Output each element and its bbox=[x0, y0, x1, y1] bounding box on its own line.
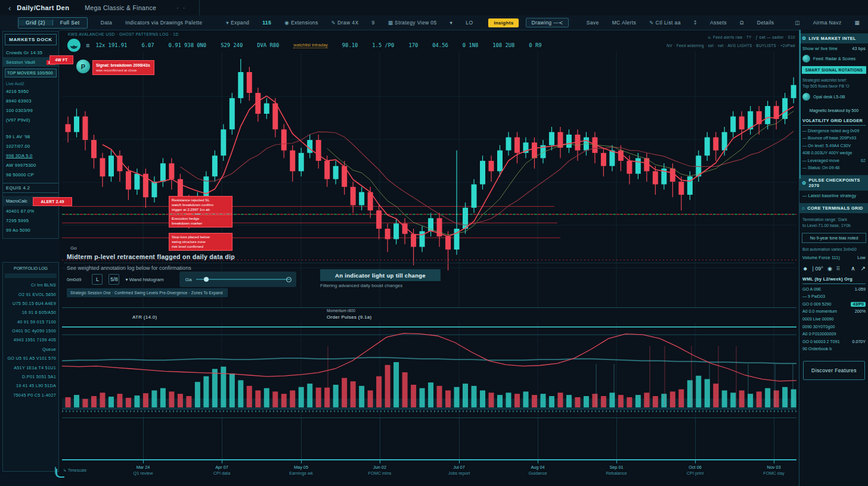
tone-bias-note-box[interactable]: No 9-year tone bias noted bbox=[802, 233, 866, 243]
chart-area[interactable]: KWS AVALANCHE USD · GHOST PATTERNS LOG ·… bbox=[60, 30, 799, 486]
thermometer-icon[interactable]: ‡ bbox=[694, 20, 697, 26]
pane-label-atr[interactable]: ATR (14.0) bbox=[132, 314, 157, 320]
bullet-item[interactable]: — On level: 5.49A4 C30V bbox=[799, 141, 868, 148]
list-item[interactable]: Queue bbox=[3, 345, 58, 354]
list-item[interactable]: 1027/07.00 bbox=[3, 141, 58, 151]
details-button[interactable]: Details bbox=[757, 20, 774, 26]
notifications-icon[interactable]: ◫ bbox=[795, 20, 799, 26]
axis-label[interactable]: Aug 04Guidance bbox=[513, 465, 563, 476]
menu-indicators[interactable]: Indicators via Drawings Palette bbox=[125, 20, 202, 26]
list-item[interactable]: U75 50.15 6U4 A4E9 bbox=[3, 299, 58, 308]
tab-fullset[interactable]: Full Set bbox=[53, 20, 87, 26]
count-label[interactable]: 9 bbox=[371, 20, 374, 26]
stat-row[interactable]: 0003 Live 00090 bbox=[799, 314, 868, 322]
grid-dots-icon[interactable]: ⠿ bbox=[836, 266, 841, 272]
axis-label[interactable]: Nov 03FOMC day bbox=[749, 465, 799, 476]
symbol-avatar[interactable] bbox=[67, 38, 81, 52]
list-item[interactable]: 4016 5950 bbox=[3, 86, 58, 96]
circle-dot-icon[interactable]: ◉ bbox=[827, 266, 832, 272]
axis-label[interactable]: May 05Earnings wk bbox=[276, 465, 326, 476]
fraction-toggle[interactable]: 5/8 bbox=[108, 274, 119, 285]
wand-histogram-option[interactable]: ▾ Wand histogram bbox=[125, 277, 163, 282]
pane-divider[interactable] bbox=[62, 307, 796, 308]
volatility-ledger-title[interactable]: VOLATILITY GRID LEDGER bbox=[802, 118, 866, 126]
list-item[interactable]: 998 3DA 5.0 bbox=[3, 151, 58, 160]
baseline-strategy-row[interactable]: — Latest baseline strategy bbox=[799, 191, 868, 198]
list-item[interactable]: O2 91 EVOL 5850 bbox=[3, 289, 58, 298]
list-item[interactable]: GO U5 91 A5 V101 570 bbox=[3, 354, 58, 363]
list-item[interactable]: Crowds Gr 14:35 bbox=[3, 48, 58, 57]
back-chevron-icon[interactable]: ‹ bbox=[8, 4, 11, 13]
list-item[interactable]: D.P01 5051 5A1 bbox=[3, 372, 58, 381]
stat-row[interactable]: 0090 30Y0T0g00 bbox=[799, 322, 868, 329]
lower-indicator-pane[interactable] bbox=[62, 418, 796, 460]
person-icon[interactable]: ☻ bbox=[802, 266, 808, 272]
drawing-select[interactable]: Drawing —≺ bbox=[526, 18, 568, 27]
axis-label[interactable]: Apr 07CPI data bbox=[197, 465, 247, 476]
stat-row[interactable]: 90 Orderbook b bbox=[799, 344, 868, 352]
list-item[interactable]: AW 99975300 bbox=[3, 160, 58, 170]
feed-row-1[interactable]: Feed: Radar & Scores bbox=[799, 51, 868, 63]
wml-section-title[interactable]: WML (by L2/week) Org bbox=[802, 276, 866, 284]
axis-label[interactable]: Jul 07Jobs report bbox=[434, 465, 484, 476]
axis-label[interactable]: Mar 24Q1 review bbox=[118, 465, 168, 476]
smart-signal-pill[interactable]: SMART SIGNAL ROTATIONS bbox=[802, 66, 866, 74]
menu-data[interactable]: Data bbox=[101, 20, 113, 26]
expand-arrow-icon[interactable]: ↗ bbox=[861, 265, 866, 272]
apps-grid-icon[interactable]: ▦ bbox=[855, 20, 860, 26]
assets-button[interactable]: Assets bbox=[710, 20, 727, 26]
list-item[interactable]: 16 91 6 605/A50 bbox=[3, 308, 58, 317]
axis-label[interactable]: Sep 01Rebalance bbox=[591, 465, 641, 476]
discover-features-button[interactable]: Discover Features bbox=[803, 361, 865, 380]
headphones-icon[interactable]: Ω bbox=[740, 20, 744, 26]
list-item[interactable]: 40401 67.0% bbox=[3, 206, 58, 216]
feed-row-2[interactable]: Opal desk L5-0B bbox=[799, 89, 868, 101]
list-item[interactable]: 19 41 45 L90 51DA bbox=[3, 381, 58, 390]
range-slider[interactable]: Ga bbox=[179, 272, 296, 287]
scroll-accent-bar[interactable] bbox=[799, 30, 801, 179]
section-pulse-checkpoints[interactable]: ⚙PULSE CHECKPOINTS 2070 bbox=[799, 175, 868, 191]
workspace-tab[interactable]: Mega Classic & Finance bbox=[85, 4, 156, 11]
list-item[interactable]: (V97 P9v0) bbox=[3, 115, 58, 124]
section-core-terminals[interactable]: ⌂CORE TERMINALS GRID bbox=[799, 203, 868, 213]
volume-oscillator-pane[interactable] bbox=[62, 322, 796, 418]
ctl-list-button[interactable]: ✎Ctl List aa bbox=[649, 20, 681, 26]
expand-dropdown[interactable]: ▾Expand bbox=[226, 20, 249, 26]
macrocalc-button[interactable]: MacroCalc bbox=[3, 196, 58, 206]
strategy-view-button[interactable]: ▦Strategy View 05 bbox=[388, 20, 437, 26]
pane-label-oscillator[interactable]: Order Pulses (9.1a) bbox=[327, 314, 372, 320]
list-item[interactable]: 8940 63903 bbox=[3, 96, 58, 105]
bullet-item[interactable]: — Leveraged move62 bbox=[799, 155, 868, 163]
stat-row[interactable]: — 9 PwD03 bbox=[799, 292, 868, 300]
indicator-highlight-panel[interactable]: An indicator light up till change bbox=[320, 269, 441, 281]
axis-label[interactable]: Jun 02FOMC mins bbox=[355, 465, 405, 476]
list-item[interactable]: Cr trn BLNS bbox=[3, 281, 58, 289]
list-item[interactable]: 98 50000 CP bbox=[3, 170, 58, 179]
list-item[interactable]: 59 L AV '98 bbox=[3, 132, 58, 141]
draw-button[interactable]: ✎Draw 4X bbox=[331, 20, 359, 26]
save-button[interactable]: Save bbox=[587, 20, 599, 26]
stat-row[interactable]: A0 0.0 momentum200% bbox=[799, 307, 868, 314]
caret-button[interactable]: ▾ bbox=[450, 20, 453, 26]
insights-button[interactable]: Insights bbox=[488, 18, 519, 27]
stat-row[interactable]: GO A 09E1-059 bbox=[799, 284, 868, 292]
bullet-item[interactable]: — Divergence noted avg 0v09 bbox=[799, 126, 868, 133]
bullet-item[interactable]: — Bounce off base 209Px93 bbox=[799, 133, 868, 141]
list-item[interactable]: 100 0303/99 bbox=[3, 105, 58, 115]
slider-track[interactable] bbox=[196, 279, 290, 280]
list-item[interactable]: 4943 1551 7159 405 bbox=[3, 335, 58, 344]
time-axis[interactable] bbox=[62, 459, 796, 460]
menu-separator-icon[interactable]: ≡ bbox=[86, 42, 89, 49]
list-item[interactable]: O401 5C 4y050 1500 bbox=[3, 326, 58, 335]
lo-button[interactable]: LO bbox=[466, 20, 473, 26]
stat-row[interactable]: GO 0 009 529043/P0 bbox=[799, 299, 868, 307]
list-item[interactable]: 40 91 59 015 7100 bbox=[3, 317, 58, 326]
alerts-button[interactable]: MC Alerts bbox=[612, 20, 636, 26]
volume-force-row[interactable]: Volume Force 111)Low bbox=[799, 253, 868, 260]
extensions-button[interactable]: ◉Extensions bbox=[284, 20, 318, 26]
slider-knob[interactable] bbox=[204, 277, 209, 282]
live-time-row[interactable]: Show w/ live time43 bps bbox=[799, 43, 868, 51]
watchlist-note[interactable]: watchlist intraday bbox=[293, 42, 328, 48]
layout-l-icon[interactable]: L bbox=[92, 274, 103, 285]
axis-label[interactable]: Oct 06CPI print bbox=[670, 465, 720, 476]
